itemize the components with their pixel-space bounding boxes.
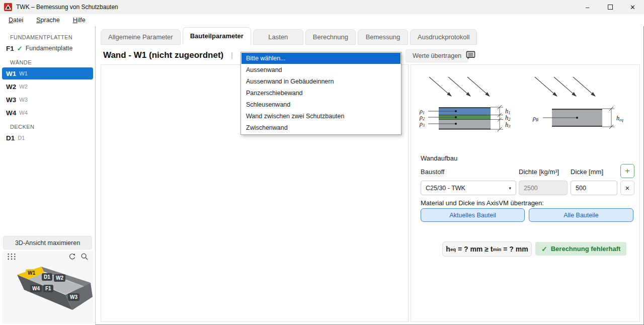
- tab-bauteilparameter[interactable]: Bauteilparameter: [183, 27, 251, 45]
- page-title: Wand - W1 (nicht zugeordnet): [103, 50, 223, 60]
- chevron-down-icon: ▾: [509, 186, 511, 191]
- title-bar: TWK – Bemessung von Schutzbauten – ✕: [0, 0, 644, 14]
- viewport-label-f1[interactable]: F1: [43, 285, 53, 292]
- maximize-icon: [608, 5, 613, 10]
- item-label: W2: [19, 84, 28, 90]
- magnifier-icon[interactable]: [80, 253, 89, 261]
- sidebar-item-w4[interactable]: W4 W4: [2, 107, 93, 119]
- section-header-decken: DECKEN: [0, 123, 95, 131]
- wall-layers-diagram: ρ1 ρ2 ρ3 h1 h2 h3 ρB heq: [411, 74, 639, 160]
- tab-bar: Allgemeine Parameter Bauteilparameter La…: [101, 27, 477, 45]
- column-dicke: Dicke [mm]: [571, 168, 603, 176]
- item-label: W3: [19, 97, 28, 103]
- maximize-button[interactable]: [599, 0, 621, 14]
- close-button[interactable]: ✕: [621, 0, 644, 14]
- viewport-label-w3[interactable]: W3: [68, 293, 79, 301]
- section-header-waende: WÄNDE: [0, 58, 95, 66]
- check-icon: ✓: [541, 245, 547, 253]
- column-baustoff: Baustoff: [421, 168, 444, 176]
- dicke-field[interactable]: [571, 181, 617, 195]
- title-separator: |: [231, 51, 233, 59]
- maximize-3d-button[interactable]: 3D-Ansicht maximieren: [3, 236, 92, 250]
- remove-layer-button[interactable]: ×: [620, 181, 634, 195]
- dropdown-option-aussenwand[interactable]: Aussenwand: [242, 64, 400, 75]
- sidebar-item-d1[interactable]: D1 D1: [2, 132, 93, 144]
- window-controls: – ✕: [576, 0, 644, 14]
- sidebar: FUNDAMENTPLATTEN F1 ✓ Fundamentplatte WÄ…: [0, 26, 96, 325]
- sidebar-item-w1[interactable]: W1 W1: [2, 67, 93, 79]
- wandaufbau-title: Wandaufbau: [421, 154, 457, 162]
- minimize-button[interactable]: –: [576, 0, 599, 14]
- dropdown-option-panzerschiebewand[interactable]: Panzerschiebewand: [242, 88, 400, 99]
- transfer-values-button[interactable]: Werte übertragen: [406, 49, 468, 62]
- dropdown-option-bitte-waehlen[interactable]: Bitte wählen...: [242, 53, 400, 64]
- baustoff-select[interactable]: C25/30 - TWK ▾: [421, 181, 516, 195]
- svg-text:ρB: ρB: [532, 115, 538, 122]
- current-bauteil-button[interactable]: Aktuelles Bauteil: [421, 208, 525, 222]
- item-label: D1: [18, 135, 25, 141]
- sidebar-item-f1[interactable]: F1 ✓ Fundamentplatte: [2, 42, 93, 54]
- parameter-panel: ρ1 ρ2 ρ3 h1 h2 h3 ρB heq: [411, 64, 640, 322]
- column-dichte: Dichte [kg/m³]: [519, 168, 559, 176]
- svg-text:h3: h3: [505, 121, 510, 129]
- window-title: TWK – Bemessung von Schutzbauten: [16, 4, 118, 11]
- menu-hilfe[interactable]: Hilfe: [66, 14, 92, 26]
- dropdown-option-aussenwand-gebaeudeinnern[interactable]: Aussenwand in Gebäudeinnern: [242, 76, 400, 87]
- tab-berechnung[interactable]: Berechnung: [305, 29, 356, 45]
- svg-text:ρ3: ρ3: [419, 120, 425, 128]
- tab-allgemeine-parameter[interactable]: Allgemeine Parameter: [101, 29, 181, 45]
- axisvm-label: Material und Dicke ins AxisVM übertragen…: [421, 199, 544, 207]
- item-id: D1: [6, 134, 15, 142]
- tab-ausdruckprotokoll[interactable]: Ausdruckprotokoll: [410, 29, 477, 45]
- comment-icon[interactable]: [466, 50, 476, 60]
- all-bauteile-button[interactable]: Alle Bauteile: [529, 208, 633, 222]
- viewport-label-w2[interactable]: W2: [54, 274, 65, 282]
- dropdown-option-schleusenwand[interactable]: Schleusenwand: [242, 99, 400, 110]
- dichte-field: [519, 181, 568, 195]
- dots-grid-icon[interactable]: [7, 253, 16, 261]
- item-id: W4: [6, 109, 16, 117]
- menu-sprache[interactable]: Sprache: [30, 14, 66, 26]
- svg-text:heq: heq: [616, 115, 623, 122]
- check-icon: ✓: [17, 45, 23, 52]
- menu-bar: Datei Sprache Hilfe: [0, 14, 644, 26]
- app-logo-icon: [4, 3, 12, 11]
- wall-type-dropdown: Bitte wählen... Aussenwand Aussenwand in…: [240, 52, 401, 135]
- viewport-label-d1[interactable]: D1: [42, 273, 52, 281]
- item-id: W3: [6, 96, 16, 104]
- app-window: TWK – Bemessung von Schutzbauten – ✕ Dat…: [0, 0, 644, 325]
- viewport-label-w1[interactable]: W1: [26, 269, 37, 277]
- add-layer-button[interactable]: +: [620, 164, 634, 178]
- dropdown-option-zwischenwand[interactable]: Zwischenwand: [242, 122, 400, 133]
- status-text: Berechnung fehlerhaft: [551, 245, 621, 253]
- tab-lasten[interactable]: Lasten: [253, 29, 303, 45]
- item-id: W2: [6, 83, 16, 91]
- item-id: F1: [6, 45, 14, 52]
- dropdown-option-wand-zwischen-schutzbauten[interactable]: Wand zwischen zwei Schutzbauten: [242, 111, 400, 122]
- sidebar-item-w2[interactable]: W2 W2: [2, 80, 93, 93]
- viewport-toolbar: [2, 251, 94, 263]
- tab-bemessung[interactable]: Bemessung: [358, 29, 408, 45]
- refresh-icon[interactable]: [67, 253, 76, 261]
- item-label: Fundamentplatte: [26, 45, 73, 52]
- sidebar-item-w3[interactable]: W3 W3: [2, 94, 93, 106]
- status-badge: ✓ Berechnung fehlerhaft: [535, 242, 626, 256]
- section-header-fundamentplatten: FUNDAMENTPLATTEN: [0, 33, 95, 41]
- item-id: W1: [6, 70, 16, 77]
- menu-datei[interactable]: Datei: [2, 14, 30, 26]
- item-label: W4: [19, 110, 28, 116]
- 3d-viewport[interactable]: W1 D1 W2 W4 F1 W3: [2, 251, 94, 324]
- heq-formula: heq = ? mm ≥ tmin = ? mm: [442, 241, 532, 257]
- viewport-label-w4[interactable]: W4: [30, 285, 42, 292]
- svg-text:h2: h2: [505, 114, 510, 122]
- baustoff-value: C25/30 - TWK: [426, 185, 465, 192]
- item-label: W1: [19, 70, 28, 76]
